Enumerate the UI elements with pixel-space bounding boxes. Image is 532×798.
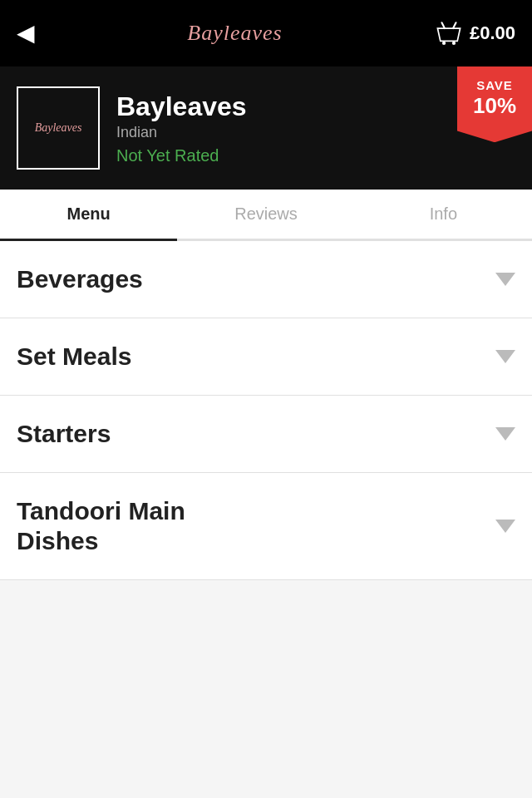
- top-bar: ◀ Bayleaves £0.00: [0, 0, 532, 66]
- category-name-tandoori: Tandoori MainDishes: [17, 496, 482, 556]
- tab-menu[interactable]: Menu: [0, 190, 177, 239]
- restaurant-details: Bayleaves Indian Not Yet Rated: [116, 91, 515, 165]
- save-value: 10%: [466, 93, 524, 119]
- basket-icon: [435, 21, 463, 46]
- brand-title: Bayleaves: [187, 21, 282, 46]
- category-name-set-meals: Set Meals: [17, 342, 482, 372]
- chevron-down-icon: [495, 273, 515, 286]
- restaurant-cuisine: Indian: [116, 124, 515, 141]
- save-label: SAVE: [466, 78, 524, 93]
- category-tandoori-main[interactable]: Tandoori MainDishes: [0, 473, 532, 580]
- restaurant-name: Bayleaves: [116, 91, 515, 122]
- category-name-starters: Starters: [17, 419, 482, 449]
- chevron-down-icon: [495, 350, 515, 363]
- restaurant-rating: Not Yet Rated: [116, 146, 515, 165]
- back-button[interactable]: ◀: [17, 22, 35, 45]
- logo-text: Bayleaves: [35, 121, 82, 135]
- save-badge: SAVE 10%: [457, 66, 532, 142]
- chevron-down-icon: [495, 427, 515, 441]
- restaurant-info-section: Bayleaves Bayleaves Indian Not Yet Rated…: [0, 66, 532, 190]
- restaurant-logo: Bayleaves: [17, 86, 100, 170]
- svg-point-0: [442, 42, 446, 45]
- svg-point-1: [452, 42, 456, 45]
- category-beverages[interactable]: Beverages: [0, 241, 532, 318]
- chevron-down-icon: [495, 520, 515, 533]
- category-name-beverages: Beverages: [17, 264, 482, 294]
- menu-list: Beverages Set Meals Starters Tandoori Ma…: [0, 241, 532, 580]
- tab-info[interactable]: Info: [355, 190, 532, 239]
- cart-price: £0.00: [470, 22, 515, 44]
- cart-area[interactable]: £0.00: [435, 21, 515, 46]
- tabs-bar: Menu Reviews Info: [0, 190, 532, 241]
- category-set-meals[interactable]: Set Meals: [0, 318, 532, 396]
- tab-reviews[interactable]: Reviews: [177, 190, 354, 239]
- category-starters[interactable]: Starters: [0, 396, 532, 473]
